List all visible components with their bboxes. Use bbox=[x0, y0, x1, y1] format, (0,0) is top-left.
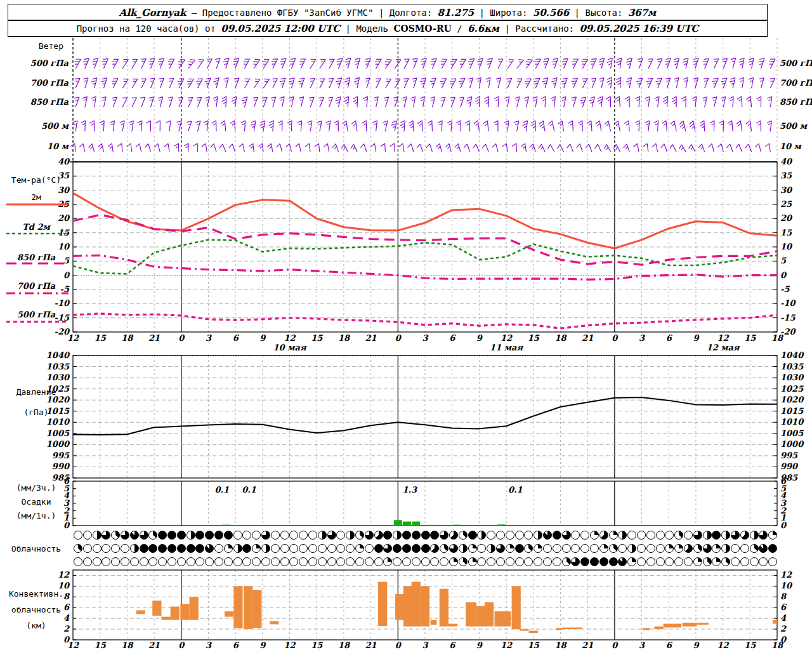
wind-barb bbox=[262, 97, 267, 107]
wind-barb bbox=[426, 144, 432, 152]
bottom-hour-label: 0 bbox=[178, 640, 185, 650]
hour-label: 0 bbox=[395, 333, 402, 343]
wind-barb bbox=[223, 58, 229, 69]
wind-barb bbox=[74, 97, 79, 107]
convective-cloud-bar bbox=[252, 590, 261, 628]
wind-barb bbox=[473, 144, 480, 152]
wind-barb bbox=[278, 121, 282, 131]
wind-barb bbox=[494, 121, 498, 131]
wind-barb bbox=[402, 96, 407, 107]
wind-barb bbox=[595, 144, 601, 152]
hour-label: 6 bbox=[449, 333, 456, 343]
wind-barb bbox=[91, 78, 97, 88]
wind-barb bbox=[591, 78, 596, 88]
wind-barb bbox=[568, 121, 573, 131]
cloud-cover-circle bbox=[140, 557, 148, 566]
precip-bar bbox=[497, 524, 506, 526]
wind-barb bbox=[447, 121, 452, 131]
wind-barb bbox=[159, 78, 164, 88]
cloud-cover-circle bbox=[374, 557, 383, 566]
cloud-cover-circle bbox=[402, 557, 411, 566]
hour-label: 15 bbox=[744, 333, 756, 343]
wind-barb bbox=[310, 79, 315, 88]
wind-barb bbox=[88, 144, 94, 152]
precip-bar bbox=[452, 525, 461, 526]
wind-barb bbox=[665, 78, 671, 88]
bottom-hour-label: 15 bbox=[528, 640, 540, 650]
wind-barb bbox=[178, 79, 184, 88]
cloud-cover-circle bbox=[656, 544, 665, 553]
cloud-cover-circle bbox=[308, 544, 317, 553]
wind-level-label-right: 700 гПа bbox=[780, 78, 812, 88]
wind-barb bbox=[746, 121, 752, 131]
cloud-cover-circle bbox=[177, 544, 186, 553]
wind-barb bbox=[428, 121, 432, 131]
convective-cloud-bar bbox=[773, 620, 777, 624]
wind-barb bbox=[459, 79, 465, 88]
wind-barb bbox=[412, 78, 417, 88]
wind-barb bbox=[749, 77, 754, 88]
cloud-cover-circle bbox=[224, 531, 233, 540]
wind-barb bbox=[223, 78, 228, 88]
wind-barb bbox=[351, 121, 357, 131]
wind-barb bbox=[465, 121, 469, 131]
cloud-cover-circle bbox=[459, 544, 468, 553]
bottom-hour-label: 18 bbox=[338, 640, 351, 650]
bottom-hour-label: 21 bbox=[365, 640, 377, 650]
hour-label: 18 bbox=[338, 333, 351, 343]
bottom-hour-label: 15 bbox=[311, 640, 323, 650]
conv-ytick-left: 4 bbox=[63, 613, 70, 623]
wind-barb bbox=[504, 96, 509, 107]
cloud-cover-circle bbox=[609, 531, 618, 540]
bottom-hour-label: 6 bbox=[233, 640, 240, 650]
temp-ytick-right: 25 bbox=[780, 199, 792, 209]
cloud-cover-circle bbox=[308, 557, 317, 566]
temp-ytick-left: 0 bbox=[63, 270, 70, 280]
wind-barb bbox=[572, 79, 578, 88]
cloud-cover-circle bbox=[750, 531, 759, 540]
wind-barb bbox=[230, 121, 235, 131]
pressure-ytick-right: 1040 bbox=[780, 350, 804, 360]
convective-cloud-bar bbox=[244, 586, 252, 629]
wind-barb bbox=[344, 96, 349, 107]
precip-bar bbox=[394, 520, 402, 526]
wind-barb bbox=[599, 78, 604, 88]
wind-barb bbox=[450, 59, 457, 69]
wind-barb bbox=[652, 143, 658, 152]
wind-barb bbox=[477, 58, 483, 69]
pressure-ytick-right: 1020 bbox=[780, 395, 804, 404]
cloud-cover-circle bbox=[459, 557, 468, 566]
wind-barb bbox=[120, 121, 125, 131]
cloud-cover-circle bbox=[468, 557, 477, 566]
cloud-cover-circle bbox=[553, 544, 561, 553]
cloud-cover-circle bbox=[167, 557, 176, 566]
wind-barb bbox=[693, 58, 698, 69]
cloud-cover-circle bbox=[280, 531, 289, 540]
cloud-cover-circle bbox=[496, 531, 505, 540]
precip-bar bbox=[222, 525, 230, 526]
cloud-cover-circle bbox=[740, 557, 749, 566]
wind-barb bbox=[329, 59, 335, 69]
wind-barb bbox=[404, 59, 409, 69]
wind-barb bbox=[345, 58, 351, 69]
wind-barb bbox=[487, 58, 493, 69]
wind-barb bbox=[438, 121, 442, 131]
wind-barb bbox=[81, 121, 85, 131]
day-label: 11 мая bbox=[490, 343, 523, 352]
wind-barb bbox=[542, 78, 548, 88]
cloud-cover-circle bbox=[224, 544, 233, 553]
cloud-cover-circle bbox=[224, 557, 233, 566]
wind-barb bbox=[253, 59, 259, 69]
wind-barb bbox=[736, 144, 742, 152]
wind-barb bbox=[717, 143, 723, 152]
wind-barb bbox=[169, 78, 174, 88]
wind-barb bbox=[132, 79, 138, 88]
wind-barb bbox=[662, 121, 667, 131]
temp-ytick-left: 20 bbox=[58, 213, 70, 223]
wind-barb bbox=[551, 96, 555, 107]
temp-ytick-right: 0 bbox=[780, 270, 787, 280]
wind-barb bbox=[145, 143, 150, 152]
wind-barb bbox=[486, 77, 490, 88]
cloud-cover-circle bbox=[327, 544, 336, 553]
wind-barb bbox=[420, 96, 424, 107]
